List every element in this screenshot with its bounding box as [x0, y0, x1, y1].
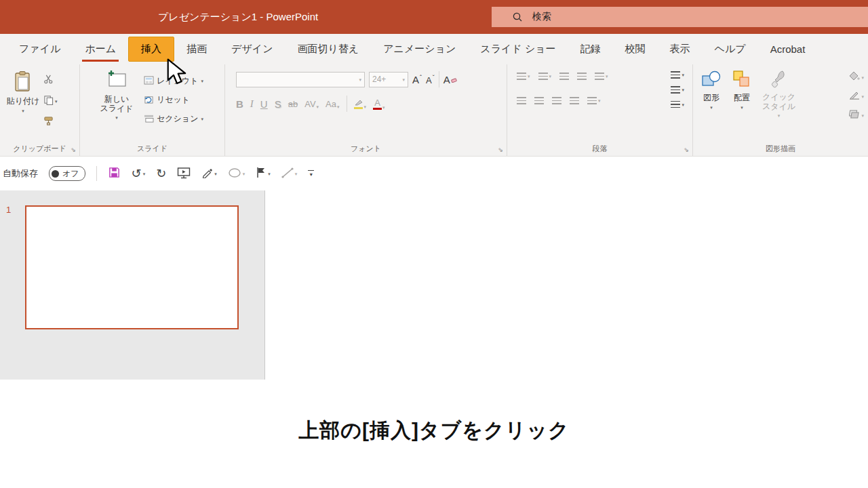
qat-separator: [96, 166, 97, 181]
layout-button[interactable]: レイアウト ▾: [144, 75, 203, 87]
autosave-toggle[interactable]: オフ: [49, 166, 85, 181]
slide-thumbnail[interactable]: [25, 205, 239, 329]
shape-effects-button[interactable]: ▾: [849, 109, 864, 121]
font-dialog-launcher[interactable]: ⇘: [498, 146, 503, 153]
strikethrough-button[interactable]: ab: [288, 99, 298, 109]
convert-smartart-button[interactable]: ▾: [671, 101, 684, 108]
powerpoint-window: プレゼンテーション1 - PowerPoint 検索 ファイル ホーム 挿入 描…: [0, 0, 868, 488]
clipboard-group: 貼り付け ▾ ▾ クリップボード ⇘: [0, 64, 80, 156]
tab-design[interactable]: デザイン: [219, 34, 285, 64]
oval-shape-button[interactable]: ▾: [228, 167, 245, 180]
tab-insert[interactable]: 挿入: [128, 37, 174, 62]
tab-help[interactable]: ヘルプ: [703, 34, 758, 64]
font-row-separator: [439, 71, 439, 87]
align-right-button[interactable]: [552, 97, 561, 104]
text-shadow-button[interactable]: S: [275, 98, 281, 110]
tab-draw[interactable]: 描画: [174, 34, 219, 64]
change-case-caret-icon: ▾: [337, 104, 340, 109]
align-left-button[interactable]: [517, 97, 526, 104]
tab-view[interactable]: 表示: [658, 34, 703, 64]
caption-area: 上部の[挿入]タブをクリック: [0, 380, 868, 488]
quick-styles-icon: [770, 70, 788, 91]
search-box[interactable]: 検索: [492, 7, 868, 27]
save-icon: [108, 166, 121, 181]
format-painter-button[interactable]: [43, 116, 54, 128]
font-name-select[interactable]: ▾: [236, 72, 365, 87]
quick-styles-button[interactable]: クイック スタイル ▾: [762, 70, 795, 118]
undo-button[interactable]: ↺ ▾: [132, 167, 146, 180]
tab-file[interactable]: ファイル: [7, 34, 73, 64]
bold-button[interactable]: B: [236, 98, 243, 110]
text-direction-button[interactable]: ▾: [671, 71, 684, 79]
italic-button[interactable]: I: [250, 98, 254, 110]
shape-outline-button[interactable]: ▾: [849, 90, 864, 102]
align-text-button[interactable]: ▾: [671, 86, 684, 94]
slide-editing-area[interactable]: [266, 190, 868, 380]
copy-caret-icon: ▾: [55, 99, 58, 104]
decrease-font-size-button[interactable]: A ˇ: [426, 74, 435, 85]
scissors-icon: [43, 74, 54, 86]
numbering-button[interactable]: ▾: [538, 73, 552, 80]
underline-button[interactable]: U: [260, 98, 268, 110]
clear-formatting-button[interactable]: A: [443, 73, 457, 85]
font-group: ▾ 24+ ▾ A ˆ A ˇ A: [225, 64, 507, 156]
arrange-button[interactable]: 配置 ▾: [732, 70, 751, 118]
highlighter-icon: [354, 99, 363, 109]
draw-mode-button[interactable]: ▾: [201, 167, 217, 180]
layout-icon: [144, 76, 154, 87]
section-button[interactable]: セクション ▾: [144, 113, 203, 125]
redo-button[interactable]: ↻: [156, 167, 166, 180]
justify-button[interactable]: [570, 97, 579, 104]
font-size-select[interactable]: 24+ ▾: [369, 72, 408, 87]
tab-transitions[interactable]: 画面切り替え: [285, 34, 372, 64]
highlight-caret-icon: ▾: [364, 104, 367, 109]
start-slideshow-button[interactable]: [177, 167, 191, 181]
tab-home[interactable]: ホーム: [73, 34, 128, 64]
reset-button[interactable]: リセット: [144, 94, 203, 106]
text-highlight-color-button[interactable]: ▾: [354, 99, 367, 109]
qat-overflow-button[interactable]: ▾: [308, 170, 314, 178]
increase-font-size-button[interactable]: A ˆ: [412, 74, 422, 85]
paste-button[interactable]: 貼り付け ▾: [5, 70, 41, 113]
change-case-button[interactable]: Aa ▾: [326, 99, 339, 109]
decrease-font-arrow-icon: ˇ: [433, 74, 435, 81]
tab-slideshow[interactable]: スライド ショー: [468, 34, 568, 64]
align-center-button[interactable]: [534, 97, 544, 104]
line-shape-icon: [281, 167, 294, 180]
save-button[interactable]: [108, 166, 121, 181]
tab-record[interactable]: 記録: [568, 34, 613, 64]
shapes-caret-icon: ▾: [710, 105, 713, 110]
new-slide-button[interactable]: 新しい スライド ▾: [95, 70, 138, 120]
decrease-indent-button[interactable]: [559, 73, 569, 80]
tab-review[interactable]: 校閲: [613, 34, 658, 64]
change-case-letters: Aa: [326, 99, 336, 109]
tab-acrobat[interactable]: Acrobat: [758, 34, 818, 64]
shapes-icon: [701, 70, 722, 91]
increase-font-letter: A: [412, 74, 419, 85]
columns-button[interactable]: ▾: [587, 97, 601, 104]
paste-label: 貼り付け: [7, 96, 40, 107]
clipboard-dialog-launcher[interactable]: ⇘: [71, 146, 76, 153]
draw-mode-caret-icon: ▾: [214, 171, 217, 176]
flag-icon: [256, 167, 267, 180]
shape-format-button[interactable]: ▾: [256, 167, 271, 180]
shapes-label: 図形: [703, 92, 719, 104]
text-direction-icon: [671, 71, 680, 79]
decrease-font-letter: A: [426, 75, 432, 85]
line-spacing-button[interactable]: ▾: [595, 73, 608, 80]
tab-animations[interactable]: アニメーション: [371, 34, 468, 64]
cut-button[interactable]: [43, 74, 54, 86]
line-shape-button[interactable]: ▾: [281, 167, 298, 180]
shapes-button[interactable]: 図形 ▾: [701, 70, 722, 118]
font-color-button[interactable]: A ▾: [373, 98, 385, 110]
character-spacing-button[interactable]: AV ▾: [304, 99, 319, 109]
paragraph-dialog-launcher[interactable]: ⇘: [684, 146, 689, 153]
reset-icon: [144, 95, 154, 106]
font-size-value: 24+: [372, 75, 386, 84]
bullets-button[interactable]: ▾: [517, 73, 530, 80]
increase-indent-button[interactable]: [577, 73, 587, 80]
smartart-icon: [671, 101, 680, 108]
shape-fill-button[interactable]: ▾: [849, 71, 864, 83]
clear-formatting-letter: A: [443, 74, 450, 85]
copy-button[interactable]: ▾: [43, 95, 58, 107]
